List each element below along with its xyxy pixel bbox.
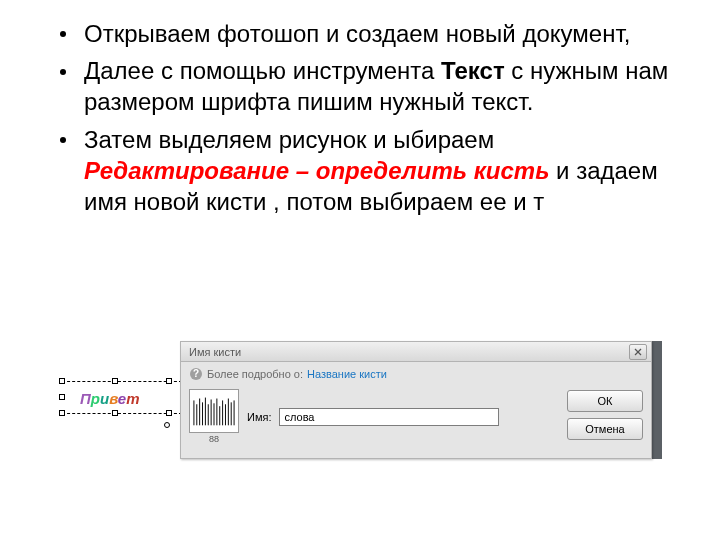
name-label: Имя: <box>247 411 271 423</box>
ok-button[interactable]: ОК <box>567 390 643 412</box>
slide: Открываем фотошоп и создаем новый докуме… <box>0 0 720 540</box>
name-input[interactable] <box>279 408 499 426</box>
svg-text:?: ? <box>193 368 199 379</box>
dialog-area: Привет Имя кисти <box>62 341 654 481</box>
brush-preview <box>189 389 239 433</box>
sample-text: Привет <box>80 390 140 407</box>
bullet-item: Затем выделяем рисунок и ыбираем Редакти… <box>60 124 680 218</box>
brush-name-dialog: Имя кисти ? Более подроб <box>180 341 652 459</box>
dialog-info: ? Более подробно о: Название кисти <box>181 362 651 381</box>
close-button[interactable] <box>629 344 647 360</box>
dialog-body: ? Более подробно о: Название кисти <box>181 362 651 458</box>
text-run: Далее с помощью инструмента <box>84 57 441 84</box>
bullet-item: Далее с помощью инструмента Текст с нужн… <box>60 55 680 117</box>
preview-wrap: 88 <box>189 389 239 444</box>
panel-edge <box>652 341 662 459</box>
bullet-list: Открываем фотошоп и создаем новый докуме… <box>60 18 680 217</box>
close-icon <box>634 348 642 356</box>
dialog-title: Имя кисти <box>189 346 241 358</box>
help-icon: ? <box>189 367 203 381</box>
dialog-buttons: ОК Отмена <box>567 390 643 440</box>
info-link[interactable]: Название кисти <box>307 368 387 380</box>
selection-box: Привет <box>62 381 182 425</box>
cancel-button[interactable]: Отмена <box>567 418 643 440</box>
bullet-item: Открываем фотошоп и создаем новый докуме… <box>60 18 680 49</box>
info-text: Более подробно о: <box>207 368 303 380</box>
text-run: Редактирование – определить кисть <box>84 157 549 184</box>
preview-size: 88 <box>189 434 239 444</box>
text-run: Открываем фотошоп и создаем новый докуме… <box>84 20 630 47</box>
text-run: Текст <box>441 57 505 84</box>
text-run: Затем выделяем рисунок и ыбираем <box>84 126 494 153</box>
dialog-titlebar: Имя кисти <box>181 342 651 362</box>
preview-icon <box>192 392 236 428</box>
